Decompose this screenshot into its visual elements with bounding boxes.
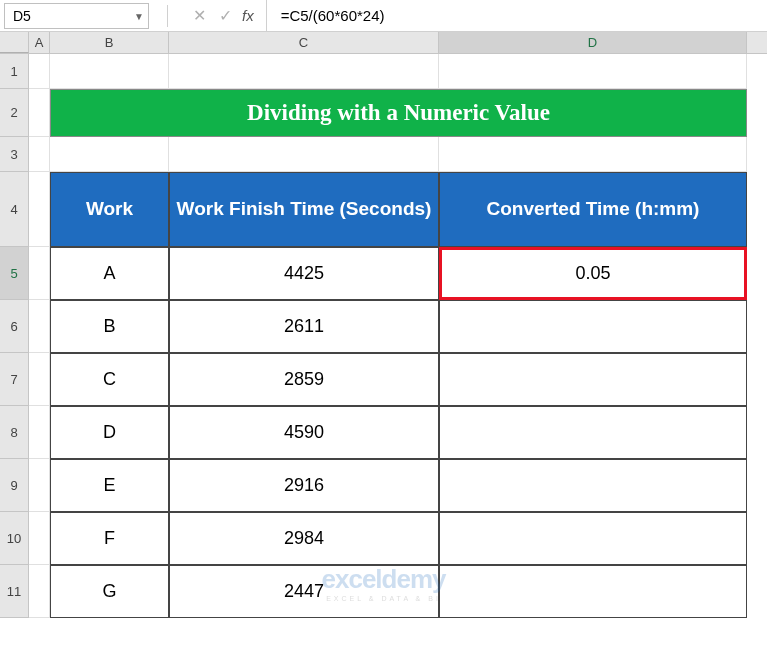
cell-A8[interactable] xyxy=(29,406,50,459)
row-3: 3 xyxy=(0,137,767,172)
cell-work-1[interactable]: B xyxy=(50,300,169,353)
row-header-7[interactable]: 7 xyxy=(0,353,29,406)
col-header-A[interactable]: A xyxy=(29,32,50,53)
header-work[interactable]: Work xyxy=(50,172,169,247)
cell-seconds-6[interactable]: 2447 xyxy=(169,565,439,618)
title-cell[interactable]: Dividing with a Numeric Value xyxy=(50,89,747,137)
cancel-icon[interactable]: ✕ xyxy=(186,3,212,29)
row-5: 5 A 4425 0.05 xyxy=(0,247,767,300)
cell-work-0[interactable]: A xyxy=(50,247,169,300)
cell-seconds-1[interactable]: 2611 xyxy=(169,300,439,353)
cell-A10[interactable] xyxy=(29,512,50,565)
cell-seconds-3[interactable]: 4590 xyxy=(169,406,439,459)
col-header-B[interactable]: B xyxy=(50,32,169,53)
row-header-6[interactable]: 6 xyxy=(0,300,29,353)
cell-converted-0[interactable]: 0.05 xyxy=(439,247,747,300)
cell-C3[interactable] xyxy=(169,137,439,172)
cell-B3[interactable] xyxy=(50,137,169,172)
formula-input-wrap xyxy=(266,0,767,31)
cell-A2[interactable] xyxy=(29,89,50,137)
cell-B1[interactable] xyxy=(50,54,169,89)
row-4: 4 Work Work Finish Time (Seconds) Conver… xyxy=(0,172,767,247)
row-1: 1 xyxy=(0,54,767,89)
cell-work-5[interactable]: F xyxy=(50,512,169,565)
cell-converted-4[interactable] xyxy=(439,459,747,512)
cell-seconds-0[interactable]: 4425 xyxy=(169,247,439,300)
row-2: 2 Dividing with a Numeric Value xyxy=(0,89,767,137)
cell-converted-5[interactable] xyxy=(439,512,747,565)
cell-converted-3[interactable] xyxy=(439,406,747,459)
cell-seconds-4[interactable]: 2916 xyxy=(169,459,439,512)
row-header-8[interactable]: 8 xyxy=(0,406,29,459)
row-header-5[interactable]: 5 xyxy=(0,247,29,300)
row-9: 9 E 2916 xyxy=(0,459,767,512)
row-10: 10 F 2984 xyxy=(0,512,767,565)
row-header-10[interactable]: 10 xyxy=(0,512,29,565)
cell-A7[interactable] xyxy=(29,353,50,406)
cell-D1[interactable] xyxy=(439,54,747,89)
name-box[interactable]: D5 ▼ xyxy=(4,3,149,29)
cell-A9[interactable] xyxy=(29,459,50,512)
row-header-9[interactable]: 9 xyxy=(0,459,29,512)
cell-converted-2[interactable] xyxy=(439,353,747,406)
column-headers: A B C D xyxy=(0,32,767,54)
cell-A3[interactable] xyxy=(29,137,50,172)
separator xyxy=(167,5,168,27)
fx-icon[interactable]: fx xyxy=(242,7,254,24)
chevron-down-icon[interactable]: ▼ xyxy=(134,10,144,21)
cell-seconds-5[interactable]: 2984 xyxy=(169,512,439,565)
col-header-D[interactable]: D xyxy=(439,32,747,53)
select-all-corner[interactable] xyxy=(0,32,29,53)
cell-converted-6[interactable] xyxy=(439,565,747,618)
cell-work-2[interactable]: C xyxy=(50,353,169,406)
row-6: 6 B 2611 xyxy=(0,300,767,353)
cell-A6[interactable] xyxy=(29,300,50,353)
cell-work-6[interactable]: G xyxy=(50,565,169,618)
row-header-3[interactable]: 3 xyxy=(0,137,29,172)
name-box-value: D5 xyxy=(13,8,31,24)
cell-A4[interactable] xyxy=(29,172,50,247)
row-8: 8 D 4590 xyxy=(0,406,767,459)
formula-bar: D5 ▼ ✕ ✓ fx xyxy=(0,0,767,32)
cell-A5[interactable] xyxy=(29,247,50,300)
col-header-C[interactable]: C xyxy=(169,32,439,53)
row-header-11[interactable]: 11 xyxy=(0,565,29,618)
header-finish[interactable]: Work Finish Time (Seconds) xyxy=(169,172,439,247)
row-header-4[interactable]: 4 xyxy=(0,172,29,247)
header-converted[interactable]: Converted Time (h:mm) xyxy=(439,172,747,247)
row-header-2[interactable]: 2 xyxy=(0,89,29,137)
cell-A1[interactable] xyxy=(29,54,50,89)
cell-C1[interactable] xyxy=(169,54,439,89)
row-7: 7 C 2859 xyxy=(0,353,767,406)
check-icon[interactable]: ✓ xyxy=(212,3,238,29)
cell-seconds-2[interactable]: 2859 xyxy=(169,353,439,406)
cell-work-4[interactable]: E xyxy=(50,459,169,512)
formula-input[interactable] xyxy=(275,3,767,29)
row-11: 11 G 2447 xyxy=(0,565,767,618)
cell-converted-1[interactable] xyxy=(439,300,747,353)
cell-D3[interactable] xyxy=(439,137,747,172)
row-header-1[interactable]: 1 xyxy=(0,54,29,89)
spreadsheet-grid: A B C D 1 2 Dividing with a Numeric Valu… xyxy=(0,32,767,618)
cell-A11[interactable] xyxy=(29,565,50,618)
cell-work-3[interactable]: D xyxy=(50,406,169,459)
